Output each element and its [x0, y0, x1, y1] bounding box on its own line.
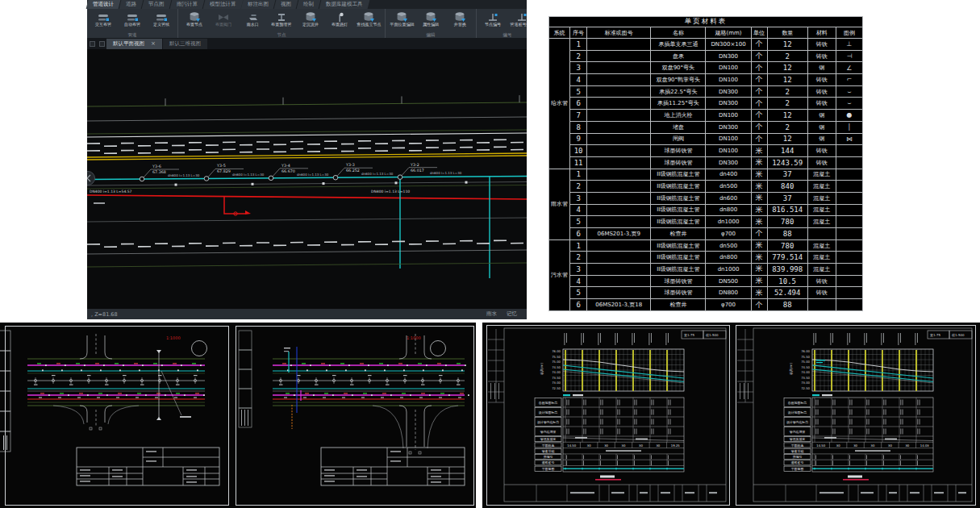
tab-default-3d-view[interactable]: 默认三维视图	[163, 39, 207, 49]
table-cell: 球墨铸铁管	[651, 145, 706, 157]
storm-node-elevation: 67.829	[217, 169, 231, 173]
plan-drawing: Y3-667.368Y3-567.829Y3-466.670Y3-366.252…	[87, 49, 527, 309]
ribbon-button-gully-1-2[interactable]: 雨水口	[238, 10, 267, 31]
profile-row-label: 平面简图	[791, 467, 804, 471]
drawing-scale-label: 1:1000	[407, 335, 421, 340]
table-cell	[836, 264, 862, 276]
table-cell	[587, 62, 651, 74]
ribbon-button-node-1-6[interactable]: 查找孤立节点	[354, 10, 383, 31]
plan-sheet-2: 1:1000	[236, 326, 474, 506]
ribbon-group-3: 节点编号管道桩号编号编号	[477, 9, 527, 38]
ribbon-button-pipe-0-0[interactable]: 交互布管	[89, 10, 118, 31]
ribbon-button-number-3-1[interactable]: 管道桩号编号	[507, 10, 527, 31]
desktop: 管道设计道路节点图雨污计算模型法计算标注出图视图绘制数据库建模工具 交互布管自动…	[0, 0, 980, 508]
ribbon-tab-label: 数据库建模工具	[326, 0, 363, 9]
table-row: 9闸阀DN100个12钢⋈	[549, 133, 863, 145]
ribbon-button-node-2-2[interactable]: 井替换	[445, 10, 474, 31]
profile-row-label: 管径及坡度	[540, 437, 557, 441]
table-cell: ⊣	[836, 50, 862, 62]
ribbon-tab-1[interactable]: 道路	[119, 0, 144, 9]
table-cell: 2	[767, 50, 807, 62]
ribbon-tab-8[interactable]: 数据库建模工具	[319, 0, 369, 9]
layout-grid-icon[interactable]	[90, 41, 95, 47]
ribbon-button-lamp-1-5[interactable]: 布置路灯	[325, 10, 354, 31]
table-cell: 5	[570, 85, 587, 98]
tab-default-plan-view[interactable]: 默认平面视图 ×	[106, 39, 162, 49]
ribbon-tab-label: 绘制	[303, 0, 314, 9]
table-cell: 10.5	[767, 275, 807, 287]
table-cell	[836, 169, 862, 181]
table-cell	[836, 216, 862, 228]
ribbon-tab-label: 管道设计	[93, 0, 114, 9]
table-cell: 12	[767, 39, 807, 51]
table-cell: 球墨铸铁管	[651, 156, 706, 169]
ribbon-button-pipe-0-2[interactable]: 定义管线	[147, 10, 176, 31]
table-cell: dn400	[706, 169, 751, 181]
ribbon-tab-label: 道路	[126, 0, 136, 9]
table-cell: |	[836, 121, 862, 133]
ribbon-tab-6[interactable]: 视图	[274, 0, 298, 9]
ribbon-button-embed-pipe-1-3[interactable]: 布置预埋管	[267, 10, 296, 31]
ribbon-tab-0[interactable]: 管道设计	[86, 0, 121, 9]
profile-row-label: 平面简图	[542, 467, 555, 471]
table-cell: 5	[570, 287, 587, 299]
drawing-canvas[interactable]: Y3-667.368Y3-567.829Y3-466.670Y3-366.252…	[87, 49, 527, 309]
table-cell: II级钢筋混凝土管	[651, 216, 706, 228]
table-cell: DN300	[706, 121, 751, 133]
ribbon-tab-4[interactable]: 模型法计算	[202, 0, 242, 9]
column-header: 标准或图号	[587, 27, 651, 39]
ribbon-button-node-1-4[interactable]: 定沉泥井	[296, 10, 325, 31]
table-cell: 钢	[807, 110, 836, 122]
ribbon-button-node-1-0[interactable]: 布置节点	[180, 10, 209, 31]
ribbon-tab-5[interactable]: 标注出图	[241, 0, 276, 9]
table-cell: 铸铁	[807, 275, 836, 287]
table-cell: DN300×100	[706, 39, 751, 51]
table-cell: 个	[751, 50, 767, 62]
table-cell: ⊥	[836, 39, 862, 51]
table-cell: 混凝土	[807, 169, 836, 181]
distance-cell: 30	[853, 443, 857, 448]
table-row: 6承插11.25°弯头DN300个2铸铁⌣	[549, 98, 863, 110]
storm-segment-label: dn600 i=1.13 L=30	[168, 173, 200, 177]
table-cell: 米	[751, 181, 767, 193]
canvas-nav-button[interactable]	[87, 172, 95, 185]
status-toggle-0[interactable]: 雨水	[486, 310, 497, 317]
table-row: 污水管1II级钢筋混凝土管dn500米780混凝土	[549, 239, 863, 252]
layout-split-icon[interactable]	[99, 41, 105, 47]
table-cell: 12	[767, 110, 807, 122]
ribbon-tab-7[interactable]: 绘制	[297, 0, 321, 9]
table-cell: 混凝土	[807, 264, 836, 276]
ribbon-tab-3[interactable]: 雨污计算	[169, 0, 204, 9]
ribbon-button-number-3-0[interactable]: 节点编号	[478, 10, 507, 31]
ribbon-tab-2[interactable]: 节点图	[142, 0, 171, 9]
table-cell: ⌣	[836, 85, 862, 98]
table-cell: φ700	[706, 228, 751, 240]
table-cell: 米	[751, 264, 767, 276]
profile-sheets-panel: 竖1:75横1:50076.0075.5075.0074.5074.0073.5…	[482, 323, 980, 508]
distance-cell: 30	[604, 443, 608, 448]
table-cell	[587, 39, 651, 51]
ribbon-button-pipe-0-1[interactable]: 自动布管	[118, 10, 147, 31]
storm-segment-label: dn600 i=1.13 L=30	[430, 171, 462, 175]
table-cell: dn800	[706, 204, 751, 216]
close-icon[interactable]: ×	[151, 40, 156, 47]
table-cell: 铸铁	[807, 156, 836, 169]
column-header: 材料	[807, 27, 836, 39]
status-toggle-1[interactable]: 记忆	[507, 310, 517, 317]
table-cell	[587, 98, 651, 110]
table-cell: 37	[767, 192, 807, 204]
ribbon-button-node-2-1[interactable]: 属性编辑	[416, 10, 445, 31]
table-cell: 双盘90°弯头	[651, 62, 706, 74]
column-header: 序号	[570, 27, 587, 39]
water-pipe-label-right: DN400 i=1.13 L=110	[371, 189, 410, 194]
table-cell: 12	[767, 133, 807, 145]
table-cell: ∠	[836, 62, 862, 74]
elevation-tick-label: 75.00	[552, 360, 561, 364]
column-header: 数量	[767, 27, 807, 39]
table-cell: 2	[767, 121, 807, 133]
table-cell	[836, 239, 862, 252]
tab-label: 默认三维视图	[169, 40, 201, 47]
table-row: 5II级钢筋混凝土管dn1000米780混凝土	[549, 216, 863, 228]
table-row: 11球墨铸铁管DN300米1243.59铸铁	[549, 156, 863, 169]
ribbon-button-node-2-0[interactable]: 平面位置编辑	[387, 10, 416, 31]
